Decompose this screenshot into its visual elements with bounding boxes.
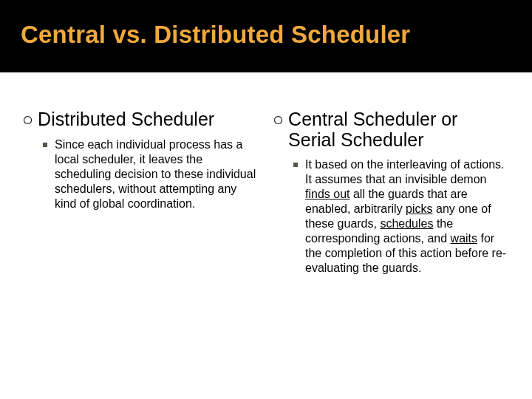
content-columns: ○ Distributed Scheduler Since each indiv… [0, 72, 532, 276]
right-heading-row: ○ Central Scheduler or Serial Scheduler [273, 109, 510, 150]
title-band: Central vs. Distributed Scheduler [0, 0, 532, 72]
right-column: ○ Central Scheduler or Serial Scheduler … [273, 109, 510, 276]
right-body-row: It based on the interleaving of actions.… [273, 157, 510, 276]
slide-title: Central vs. Distributed Scheduler [21, 21, 511, 49]
left-column: ○ Distributed Scheduler Since each indiv… [22, 109, 259, 276]
left-body-row: Since each individual process has a loca… [22, 137, 259, 211]
circle-bullet-icon: ○ [22, 109, 33, 129]
square-bullet-icon [43, 143, 47, 147]
left-body-text: Since each individual process has a loca… [55, 137, 259, 211]
left-heading: Distributed Scheduler [38, 109, 214, 130]
square-bullet-icon [293, 163, 298, 167]
right-heading: Central Scheduler or Serial Scheduler [288, 109, 510, 150]
circle-bullet-icon: ○ [273, 109, 284, 129]
right-body-text: It based on the interleaving of actions.… [305, 157, 510, 276]
left-heading-row: ○ Distributed Scheduler [22, 109, 259, 130]
